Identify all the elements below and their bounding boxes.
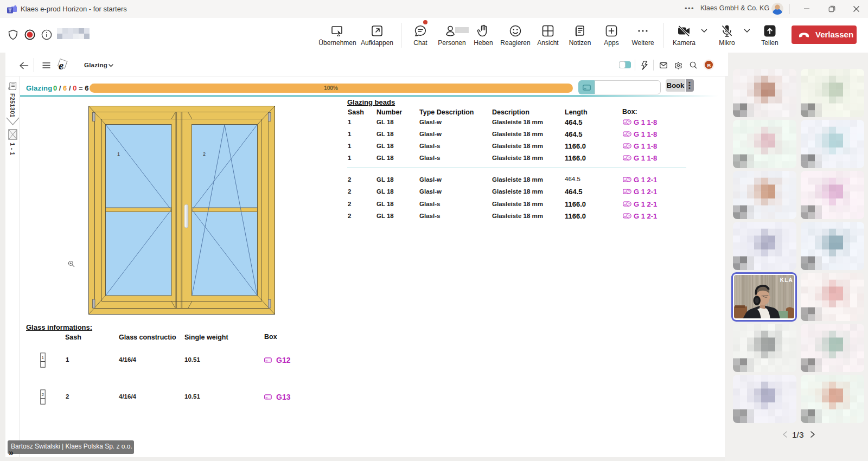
svg-text:?: ? — [628, 214, 630, 217]
svg-text:2: 2 — [42, 392, 44, 397]
svg-text:e: e — [59, 59, 63, 72]
svg-text:?: ? — [628, 132, 630, 136]
svg-text:?: ? — [628, 120, 630, 124]
svg-text:?: ? — [628, 190, 630, 193]
svg-text:?: ? — [628, 144, 630, 148]
svg-text:2: 2 — [203, 151, 206, 157]
svg-text:1: 1 — [117, 151, 120, 157]
svg-text:?: ? — [628, 156, 630, 159]
svg-text:?: ? — [628, 178, 630, 181]
svg-text:1: 1 — [42, 355, 44, 360]
svg-text:?: ? — [628, 202, 630, 206]
